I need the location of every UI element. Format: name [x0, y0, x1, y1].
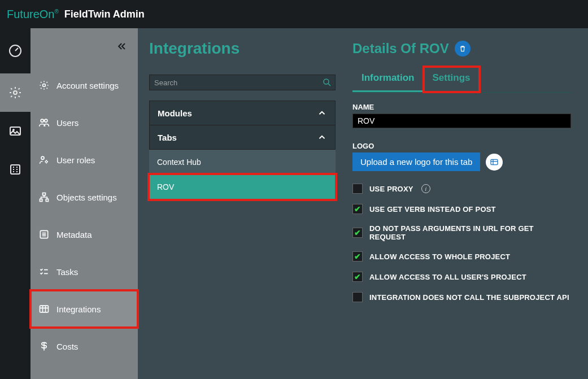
accordion-label: Tabs [158, 133, 177, 142]
checkbox[interactable] [352, 251, 363, 262]
sidebar-item-label: Objects settings [56, 193, 117, 202]
svg-point-8 [41, 156, 44, 159]
details-title: Details Of ROV [352, 41, 571, 56]
list-item-label: Context Hub [157, 158, 201, 167]
svg-rect-11 [40, 199, 42, 201]
rail-settings[interactable] [0, 73, 31, 112]
sidebar-item-costs[interactable]: Costs [31, 328, 138, 365]
dollar-icon [38, 341, 50, 352]
chevron-double-left-icon [116, 41, 128, 54]
chevron-up-icon [317, 132, 327, 142]
content: Integrations Modules Tabs Context Hub RO… [138, 28, 588, 379]
sidebar-item-label: Metadata [56, 230, 92, 239]
sidebar-item-account-settings[interactable]: Account settings [31, 67, 138, 104]
rail-media[interactable] [0, 112, 31, 150]
sidebar-item-label: Costs [56, 342, 78, 351]
page-title: Integrations [149, 40, 336, 58]
users-icon [38, 117, 50, 128]
image-icon [8, 124, 22, 138]
tab-settings[interactable]: Settings [424, 67, 480, 92]
option-label: ALLOW ACCESS TO WHOLE PROJECT [369, 252, 510, 261]
list-icon [38, 229, 50, 240]
grid-icon [38, 303, 50, 315]
svg-point-9 [46, 161, 47, 163]
accordion-label: Modules [158, 108, 192, 118]
sidebar-item-integrations[interactable]: Integrations [31, 290, 138, 328]
svg-point-6 [41, 119, 43, 122]
details-tabs: Information Settings [352, 67, 571, 93]
svg-point-5 [43, 84, 46, 87]
name-label: NAME [352, 103, 571, 111]
checklist-icon [38, 266, 50, 277]
accordion-modules[interactable]: Modules [149, 101, 336, 125]
option-row: USE PROXYi [352, 184, 571, 194]
sidebar-collapse[interactable] [31, 28, 138, 67]
sidebar-item-user-roles[interactable]: User roles [31, 141, 138, 178]
info-icon[interactable]: i [421, 184, 430, 193]
svg-point-15 [324, 79, 329, 84]
accordion-tabs[interactable]: Tabs [149, 125, 336, 150]
svg-rect-14 [40, 306, 49, 312]
gear-icon [38, 80, 50, 91]
logo-upload-row: Upload a new logo for this tab [352, 153, 571, 171]
chevron-up-icon [317, 108, 327, 118]
checkbox[interactable] [352, 228, 363, 238]
preview-logo-button[interactable] [486, 154, 503, 171]
search-icon [322, 77, 332, 88]
svg-rect-16 [491, 159, 498, 164]
brand-logo: FutureOn® [7, 8, 59, 21]
svg-point-1 [14, 91, 17, 94]
options-list: USE PROXYiUSE GET VERB INSTEAD OF POSTDO… [352, 184, 571, 312]
gauge-icon [8, 44, 22, 58]
search-wrap [149, 75, 336, 90]
checkbox[interactable] [352, 184, 363, 194]
checkbox[interactable] [352, 272, 363, 282]
sidebar-item-label: Tasks [56, 267, 78, 277]
option-row: ALLOW ACCESS TO WHOLE PROJECT [352, 251, 571, 262]
checkbox[interactable] [352, 292, 363, 302]
user-gear-icon [38, 154, 50, 165]
icon-rail [0, 28, 31, 379]
delete-button[interactable] [455, 41, 471, 56]
option-row: ALLOW ACCESS TO ALL USER'S PROJECT [352, 272, 571, 282]
rail-org[interactable] [0, 150, 31, 189]
option-row: USE GET VERB INSTEAD OF POST [352, 204, 571, 214]
option-label: DO NOT PASS ARGUMENTS IN URL FOR GET REQ… [369, 224, 571, 241]
sidebar-item-objects-settings[interactable]: Objects settings [31, 178, 138, 216]
grid-icon [490, 158, 499, 167]
sidebar-item-tasks[interactable]: Tasks [31, 253, 138, 290]
option-label: INTEGRATION DOES NOT CALL THE SUBPROJECT… [369, 293, 569, 302]
trash-icon [459, 45, 467, 53]
logo-label: LOGO [352, 142, 571, 150]
search-input[interactable] [149, 75, 336, 90]
sidebar-item-label: Account settings [56, 81, 119, 90]
svg-rect-10 [43, 193, 46, 195]
option-label: USE PROXY [369, 185, 413, 193]
hierarchy-icon [38, 191, 50, 203]
sidebar-item-metadata[interactable]: Metadata [31, 216, 138, 253]
svg-point-7 [45, 119, 47, 122]
details-title-text: Details Of ROV [352, 41, 449, 56]
top-header: FutureOn® FieldTwin Admin [0, 0, 588, 28]
option-label: USE GET VERB INSTEAD OF POST [369, 205, 496, 214]
checkbox[interactable] [352, 204, 363, 214]
sidebar-item-users[interactable]: Users [31, 104, 138, 141]
svg-rect-12 [46, 199, 48, 201]
option-row: INTEGRATION DOES NOT CALL THE SUBPROJECT… [352, 292, 571, 302]
details-panel: Details Of ROV Information Settings NAME… [352, 40, 571, 379]
tab-information[interactable]: Information [352, 67, 424, 92]
building-icon [8, 163, 22, 176]
name-input[interactable] [352, 114, 571, 128]
app-title: FieldTwin Admin [64, 8, 145, 20]
sidebar: Account settings Users User roles Object… [31, 28, 138, 379]
tab-item-context-hub[interactable]: Context Hub [149, 150, 336, 175]
svg-rect-4 [11, 165, 20, 174]
gear-icon [8, 86, 22, 99]
upload-logo-button[interactable]: Upload a new logo for this tab [352, 153, 480, 171]
option-row: DO NOT PASS ARGUMENTS IN URL FOR GET REQ… [352, 224, 571, 241]
rail-dashboard[interactable] [0, 28, 31, 73]
tab-item-rov[interactable]: ROV [149, 175, 336, 199]
sidebar-item-label: User roles [56, 155, 95, 165]
option-label: ALLOW ACCESS TO ALL USER'S PROJECT [369, 273, 526, 281]
list-item-label: ROV [157, 182, 174, 191]
